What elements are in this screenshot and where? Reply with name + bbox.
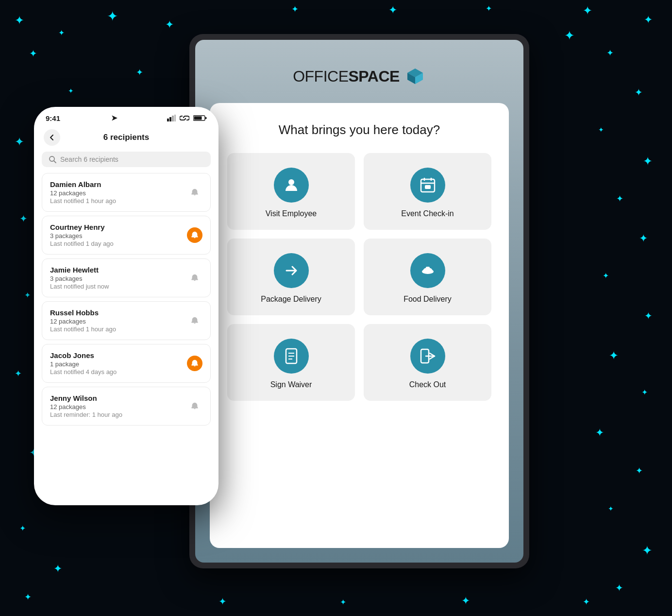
svg-rect-24 xyxy=(194,117,202,120)
tablet-option-sign-waiver[interactable]: Sign Waiver xyxy=(227,324,355,401)
star: ✦ xyxy=(24,593,32,601)
recipient-info: Russel Hobbs 12 packages Last notified 1… xyxy=(50,308,187,333)
link-icon xyxy=(180,115,189,121)
recipient-item-1[interactable]: Courtney Henry 3 packages Last notified … xyxy=(42,216,211,255)
tablet-screen: OFFICESPACE What brings you here today? xyxy=(195,40,523,563)
recipient-info: Jacob Jones 1 package Last notified 4 da… xyxy=(50,351,187,376)
star: ✦ xyxy=(486,5,492,13)
recipient-item-0[interactable]: Damien Albarn 12 packages Last notified … xyxy=(42,173,211,212)
star: ✦ xyxy=(583,598,590,606)
recipient-info: Jenny Wilson 12 packages Last reminder: … xyxy=(50,394,187,418)
status-icons xyxy=(167,115,207,121)
bell-icon[interactable] xyxy=(187,398,202,414)
recipient-packages: 3 packages xyxy=(50,232,187,240)
star: ✦ xyxy=(15,136,24,148)
recipient-packages: 1 package xyxy=(50,360,187,368)
recipient-last-notified: Last reminder: 1 hour ago xyxy=(50,411,187,418)
recipient-name: Damien Albarn xyxy=(50,180,187,188)
recipient-packages: 12 packages xyxy=(50,403,187,411)
logo-space: SPACE xyxy=(348,68,399,85)
star: ✦ xyxy=(53,564,62,574)
signal-icon xyxy=(167,115,176,121)
recipient-last-notified: Last notified just now xyxy=(50,283,187,290)
star: ✦ xyxy=(136,68,143,77)
bell-icon[interactable] xyxy=(187,270,202,286)
back-button[interactable] xyxy=(44,129,60,146)
svg-rect-22 xyxy=(174,115,176,121)
food-delivery-icon-circle xyxy=(410,253,445,288)
recipient-name: Jenny Wilson xyxy=(50,394,187,402)
event-checkin-label: Event Check-in xyxy=(401,209,454,218)
star: ✦ xyxy=(603,272,609,280)
search-icon xyxy=(49,155,56,163)
star: ✦ xyxy=(644,15,653,25)
package-delivery-icon-circle xyxy=(274,253,309,288)
recipient-info: Damien Albarn 12 packages Last notified … xyxy=(50,180,187,205)
svg-rect-19 xyxy=(167,119,169,121)
tablet-option-food-delivery[interactable]: Food Delivery xyxy=(364,239,491,315)
svg-rect-9 xyxy=(425,185,431,189)
star: ✦ xyxy=(608,505,614,512)
status-time: 9:41 xyxy=(46,114,60,122)
food-icon xyxy=(419,262,437,279)
recipient-name: Jamie Hewlett xyxy=(50,266,187,274)
star: ✦ xyxy=(68,87,74,94)
recipient-item-5[interactable]: Jenny Wilson 12 packages Last reminder: … xyxy=(42,387,211,426)
package-delivery-label: Package Delivery xyxy=(261,295,321,304)
star: ✦ xyxy=(15,369,22,378)
star: ✦ xyxy=(616,194,623,203)
recipient-info: Jamie Hewlett 3 packages Last notified j… xyxy=(50,266,187,290)
star: ✦ xyxy=(609,350,619,361)
star: ✦ xyxy=(639,233,648,244)
document-icon xyxy=(283,347,300,365)
star: ✦ xyxy=(58,29,65,37)
sign-waiver-label: Sign Waiver xyxy=(270,380,312,389)
tablet-header: OFFICESPACE xyxy=(195,40,523,103)
recipient-last-notified: Last notified 4 days ago xyxy=(50,368,187,376)
tablet-option-visit-employee[interactable]: Visit Employee xyxy=(227,153,355,230)
star: ✦ xyxy=(642,544,653,557)
logo-office: OFFICE xyxy=(293,68,348,85)
bell-icon[interactable] xyxy=(187,356,202,371)
exit-icon xyxy=(419,347,437,365)
star: ✦ xyxy=(15,15,24,26)
check-out-label: Check Out xyxy=(409,380,446,389)
recipient-item-4[interactable]: Jacob Jones 1 package Last notified 4 da… xyxy=(42,344,211,383)
recipient-last-notified: Last notified 1 hour ago xyxy=(50,325,187,333)
bell-icon[interactable] xyxy=(187,185,202,200)
bell-icon[interactable] xyxy=(187,227,202,243)
star: ✦ xyxy=(615,583,623,593)
food-delivery-label: Food Delivery xyxy=(403,295,452,304)
tablet-content-card: What brings you here today? Visit Employ… xyxy=(210,103,509,548)
recipient-item-3[interactable]: Russel Hobbs 12 packages Last notified 1… xyxy=(42,301,211,340)
star: ✦ xyxy=(583,5,592,17)
search-box[interactable]: Search 6 recipients xyxy=(42,152,211,167)
phone-status-bar: 9:41 ➤ xyxy=(34,107,218,126)
svg-line-27 xyxy=(54,161,56,163)
phone-device: 9:41 ➤ xyxy=(34,107,218,505)
phone-header-title: 6 recipients xyxy=(60,133,192,142)
recipient-item-2[interactable]: Jamie Hewlett 3 packages Last notified j… xyxy=(42,258,211,297)
tablet-option-check-out[interactable]: Check Out xyxy=(364,324,491,401)
star: ✦ xyxy=(165,19,174,30)
officespace-logo: OFFICESPACE xyxy=(293,66,426,87)
star: ✦ xyxy=(107,10,118,23)
star: ✦ xyxy=(606,49,614,57)
tablet-option-package-delivery[interactable]: Package Delivery xyxy=(227,239,355,315)
star: ✦ xyxy=(19,525,26,532)
recipient-info: Courtney Henry 3 packages Last notified … xyxy=(50,223,187,247)
recipient-packages: 3 packages xyxy=(50,275,187,282)
search-placeholder: Search 6 recipients xyxy=(60,155,118,163)
recipients-list: Damien Albarn 12 packages Last notified … xyxy=(34,173,218,505)
bell-icon[interactable] xyxy=(187,313,202,328)
tablet-option-event-checkin[interactable]: Event Check-in xyxy=(364,153,491,230)
arrow-send-icon xyxy=(283,262,300,279)
recipient-name: Courtney Henry xyxy=(50,223,187,231)
recipient-last-notified: Last notified 1 day ago xyxy=(50,240,187,247)
svg-point-4 xyxy=(288,179,294,185)
star: ✦ xyxy=(564,29,575,42)
star: ✦ xyxy=(218,597,227,606)
star: ✦ xyxy=(388,5,397,16)
tablet-question: What brings you here today? xyxy=(279,122,440,137)
svg-rect-25 xyxy=(205,117,207,119)
